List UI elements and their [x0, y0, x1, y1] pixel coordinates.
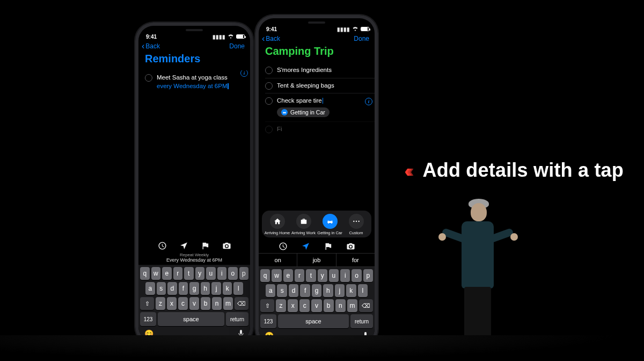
key-n[interactable]: n — [212, 297, 222, 310]
key-b[interactable]: b — [324, 299, 334, 312]
reminder-text[interactable]: S'mores Ingredients — [277, 66, 332, 75]
key-d[interactable]: d — [289, 284, 298, 297]
key-e[interactable]: e — [283, 269, 293, 282]
key-m[interactable]: m — [347, 299, 357, 312]
flag-icon[interactable] — [201, 241, 210, 250]
reminder-text[interactable]: Meet Sasha at yoga class every Wednesday… — [157, 74, 235, 90]
key-i[interactable]: i — [217, 267, 227, 280]
camera-icon[interactable] — [222, 241, 231, 250]
key-u[interactable]: u — [206, 267, 216, 280]
key-d[interactable]: d — [167, 282, 177, 295]
key-k[interactable]: k — [223, 282, 232, 295]
key-b[interactable]: b — [201, 297, 210, 310]
key-backspace[interactable]: ⌫ — [359, 299, 373, 312]
key-return[interactable]: return — [350, 314, 373, 328]
predict-word[interactable]: job — [297, 254, 336, 266]
key-y[interactable]: y — [195, 267, 205, 280]
camera-icon[interactable] — [346, 242, 355, 251]
key-f[interactable]: f — [300, 284, 310, 297]
clock-icon[interactable] — [279, 242, 288, 251]
key-y[interactable]: y — [318, 269, 327, 282]
key-c[interactable]: c — [178, 297, 188, 310]
reminder-radio[interactable] — [145, 74, 152, 82]
info-icon[interactable]: i — [240, 70, 248, 77]
key-s[interactable]: s — [157, 282, 166, 295]
clock-icon[interactable] — [158, 241, 167, 250]
key-v[interactable]: v — [189, 297, 199, 310]
key-f[interactable]: f — [179, 282, 188, 295]
location-tag-chip[interactable]: Getting in Car — [277, 107, 330, 117]
done-button[interactable]: Done — [229, 42, 245, 50]
key-g[interactable]: g — [189, 282, 199, 295]
reminder-radio[interactable] — [265, 82, 273, 90]
back-button[interactable]: ‹ Back — [262, 34, 280, 43]
key-a[interactable]: a — [145, 282, 155, 295]
reminder-item[interactable]: Meet Sasha at yoga class every Wednesday… — [145, 70, 240, 93]
key-a[interactable]: a — [266, 284, 275, 297]
key-i[interactable]: i — [340, 269, 350, 282]
back-label: Back — [266, 35, 280, 42]
key-backspace[interactable]: ⌫ — [235, 297, 248, 310]
key-w[interactable]: w — [151, 267, 161, 280]
pill-custom[interactable]: Custom — [344, 214, 369, 235]
key-t[interactable]: t — [184, 267, 194, 280]
key-shift[interactable]: ⇧ — [140, 297, 154, 310]
reminder-radio[interactable] — [265, 67, 273, 74]
key-123[interactable]: 123 — [140, 312, 156, 326]
key-z[interactable]: z — [276, 299, 286, 312]
predict-word[interactable]: on — [259, 254, 297, 266]
key-x[interactable]: x — [288, 299, 298, 312]
key-o[interactable]: o — [228, 267, 238, 280]
key-k[interactable]: k — [346, 284, 356, 297]
pill-getting-in-car[interactable]: Getting in Car — [318, 214, 342, 235]
key-h[interactable]: h — [323, 284, 333, 297]
key-l[interactable]: l — [358, 284, 368, 297]
key-n[interactable]: n — [335, 299, 346, 312]
key-row-2: asdfghjkl — [260, 284, 373, 297]
key-t[interactable]: t — [306, 269, 316, 282]
key-space[interactable]: space — [278, 314, 349, 328]
key-z[interactable]: z — [156, 297, 165, 310]
key-w[interactable]: w — [272, 269, 281, 282]
key-p[interactable]: p — [363, 269, 373, 282]
key-h[interactable]: h — [201, 282, 210, 295]
done-button[interactable]: Done — [354, 35, 369, 42]
key-r[interactable]: r — [295, 269, 304, 282]
reminder-item[interactable]: S'mores Ingredients — [265, 63, 375, 78]
key-e[interactable]: e — [162, 267, 172, 280]
key-g[interactable]: g — [312, 284, 321, 297]
siri-suggestion[interactable]: Repeat Weekly Every Wednesday at 6PM — [138, 252, 250, 265]
key-m[interactable]: m — [223, 297, 233, 310]
location-icon[interactable] — [179, 241, 188, 250]
pill-arriving-home[interactable]: Arriving Home — [265, 214, 290, 235]
reminder-radio[interactable] — [265, 97, 273, 105]
key-row-2: asdfghjkl — [140, 282, 248, 295]
reminder-text[interactable]: Tent & sleeping bags — [277, 82, 334, 90]
key-q[interactable]: q — [140, 267, 150, 280]
key-u[interactable]: u — [329, 269, 339, 282]
back-button[interactable]: ‹ Back — [142, 42, 160, 50]
key-j[interactable]: j — [335, 284, 345, 297]
key-123[interactable]: 123 — [260, 314, 276, 328]
key-q[interactable]: q — [260, 269, 270, 282]
location-icon[interactable] — [301, 242, 310, 251]
key-x[interactable]: x — [167, 297, 177, 310]
key-v[interactable]: v — [311, 299, 321, 312]
reminder-item[interactable]: Check spare tire — [265, 93, 365, 105]
reminder-text[interactable]: Check spare tire — [277, 97, 323, 105]
pill-arriving-work[interactable]: Arriving Work — [291, 214, 316, 235]
predict-word[interactable]: for — [336, 254, 375, 266]
key-shift[interactable]: ⇧ — [260, 299, 274, 312]
key-p[interactable]: p — [239, 267, 249, 280]
key-space[interactable]: space — [158, 312, 224, 326]
flag-icon[interactable] — [324, 242, 333, 251]
key-r[interactable]: r — [173, 267, 183, 280]
key-o[interactable]: o — [352, 269, 361, 282]
key-j[interactable]: j — [211, 282, 221, 295]
key-s[interactable]: s — [277, 284, 287, 297]
key-l[interactable]: l — [233, 282, 243, 295]
info-icon[interactable]: i — [365, 98, 372, 105]
key-return[interactable]: return — [226, 312, 248, 326]
reminder-item[interactable]: Tent & sleeping bags — [265, 78, 375, 94]
key-c[interactable]: c — [299, 299, 310, 312]
